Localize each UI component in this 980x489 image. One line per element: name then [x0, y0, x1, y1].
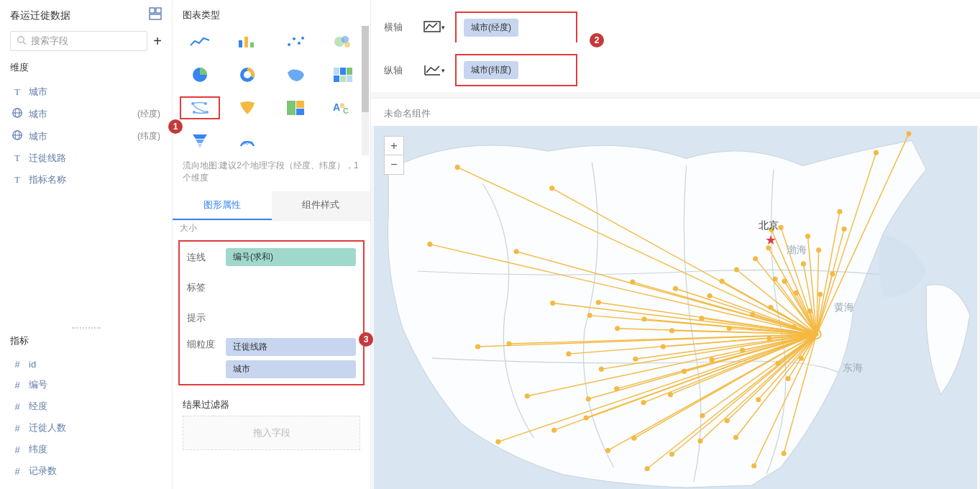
chart-donut-icon[interactable]	[227, 63, 267, 86]
chart-pie-icon[interactable]	[180, 63, 220, 86]
svg-point-136	[710, 357, 715, 362]
svg-point-156	[551, 428, 557, 433]
splitter-handle[interactable]	[72, 327, 101, 329]
field-label: 编号	[29, 378, 160, 391]
hash-icon: #	[12, 380, 23, 390]
zoom-in-button[interactable]: +	[385, 137, 403, 155]
zoom-out-button[interactable]: −	[385, 155, 403, 174]
zoom-control: + −	[384, 136, 404, 175]
label-donghai: 东海	[843, 362, 863, 375]
svg-point-180	[837, 209, 842, 214]
annotation-badge-3: 3	[359, 332, 373, 347]
svg-point-158	[495, 439, 500, 444]
svg-text:60%: 60%	[243, 140, 253, 145]
chart-heatmap-icon[interactable]	[323, 63, 363, 86]
svg-point-23	[244, 71, 251, 78]
svg-point-153	[631, 436, 636, 441]
svg-rect-34	[287, 101, 296, 115]
chart-gauge-icon[interactable]: 60%	[227, 129, 267, 152]
prop-grain-pill-route[interactable]: 迁徙线路	[226, 338, 356, 356]
dataset-title: 春运迁徙数据	[10, 9, 70, 22]
field-suffix: (经度)	[137, 108, 160, 120]
prop-grain-pill-city[interactable]: 城市	[226, 360, 356, 378]
svg-marker-41	[196, 140, 204, 143]
chart-funnel-icon[interactable]	[180, 129, 220, 152]
svg-point-177	[641, 400, 646, 405]
chart-line-icon[interactable]	[180, 30, 220, 53]
dimension-field[interactable]: 城市(经度)	[10, 103, 162, 125]
chart-type-header: 图表类型	[173, 0, 370, 26]
hash-icon: #	[12, 444, 23, 455]
canvas-panel: 横轴 ▾ 城市(经度) 纵轴 ▾ 城市(纬度) 2	[371, 0, 980, 489]
search-input[interactable]: 搜索字段	[10, 31, 147, 51]
measure-field[interactable]: #经度	[10, 396, 162, 417]
chart-funnel-shape-icon[interactable]	[227, 96, 267, 119]
svg-point-178	[614, 386, 619, 391]
svg-rect-2	[150, 14, 161, 19]
search-placeholder: 搜索字段	[31, 35, 68, 47]
svg-point-17	[301, 37, 304, 40]
field-label: 城市	[29, 108, 132, 121]
svg-point-176	[668, 392, 673, 397]
svg-point-171	[830, 272, 835, 277]
svg-point-131	[768, 305, 773, 310]
svg-point-145	[455, 165, 460, 170]
svg-point-15	[293, 37, 296, 40]
measure-field[interactable]: #编号	[10, 374, 162, 396]
svg-point-181	[782, 451, 787, 456]
filter-header: 结果过滤器	[173, 390, 370, 416]
haxis-type-icon[interactable]: ▾	[423, 20, 445, 35]
component-title[interactable]: 未命名组件	[371, 98, 980, 126]
prop-line-pill[interactable]: 编号(求和)	[226, 248, 356, 266]
haxis-pill[interactable]: 城市(经度)	[464, 19, 518, 37]
annotation-badge-1: 1	[168, 119, 183, 134]
svg-point-118	[816, 247, 821, 252]
dimension-field[interactable]: 城市(纬度)	[10, 125, 162, 147]
svg-point-132	[807, 309, 812, 314]
svg-point-172	[818, 292, 823, 297]
svg-rect-1	[156, 8, 161, 13]
measure-field[interactable]: #迁徙人数	[10, 417, 162, 439]
filter-dropzone[interactable]: 拖入字段	[183, 416, 360, 450]
chart-hint-text: 流向地图:建议2个地理字段（经度、纬度），1个维度	[173, 155, 370, 191]
chart-wordcloud-icon[interactable]: ABC	[323, 96, 363, 119]
chart-treemap-icon[interactable]	[275, 96, 316, 119]
svg-point-129	[782, 279, 787, 284]
vaxis-type-icon[interactable]: ▾	[423, 63, 445, 78]
chart-bubble-icon[interactable]	[323, 30, 363, 53]
svg-point-121	[734, 267, 739, 272]
field-panel: 春运迁徙数据 搜索字段 + 维度 T城市城市(经度)城市(纬度)T迁徙线路T指标…	[0, 0, 173, 489]
measure-field[interactable]: #记录数	[10, 460, 162, 482]
tab-graphic-props[interactable]: 图形属性	[173, 191, 272, 220]
vaxis-pill[interactable]: 城市(纬度)	[464, 61, 518, 79]
svg-point-139	[633, 357, 638, 362]
star-icon: ★	[765, 232, 777, 248]
chart-flow-map-icon[interactable]	[180, 96, 220, 119]
layout-icon[interactable]	[149, 7, 162, 24]
svg-text:A: A	[333, 101, 340, 113]
dimension-field[interactable]: T城市	[10, 81, 162, 103]
dimension-field[interactable]: T迁徙线路	[10, 147, 162, 169]
dimension-field[interactable]: T指标名称	[10, 169, 162, 191]
svg-point-134	[766, 336, 771, 341]
svg-rect-26	[347, 68, 352, 75]
prop-size-row[interactable]: 大小	[173, 221, 370, 236]
svg-point-154	[605, 448, 610, 453]
chart-china-map-icon[interactable]	[275, 63, 316, 86]
svg-point-163	[699, 316, 704, 321]
svg-point-115	[779, 225, 784, 230]
field-label: 迁徙线路	[29, 152, 160, 165]
svg-rect-12	[244, 37, 248, 47]
chart-scatter-icon[interactable]	[275, 30, 316, 53]
measure-field[interactable]: #纬度	[10, 439, 162, 460]
svg-point-141	[566, 352, 571, 357]
chart-bar-icon[interactable]	[227, 30, 267, 53]
chart-type-grid: ABC 60%	[173, 26, 370, 155]
svg-point-148	[756, 397, 761, 402]
add-field-button[interactable]: +	[153, 33, 162, 50]
label-beijing: 北京	[759, 219, 779, 232]
tab-component-style[interactable]: 组件样式	[272, 191, 371, 220]
measure-field[interactable]: #id	[10, 355, 162, 374]
chart-empty-2	[323, 129, 363, 152]
flow-map-canvas[interactable]: + − 北京 ★ 渤海 黄海 东海	[374, 126, 977, 489]
